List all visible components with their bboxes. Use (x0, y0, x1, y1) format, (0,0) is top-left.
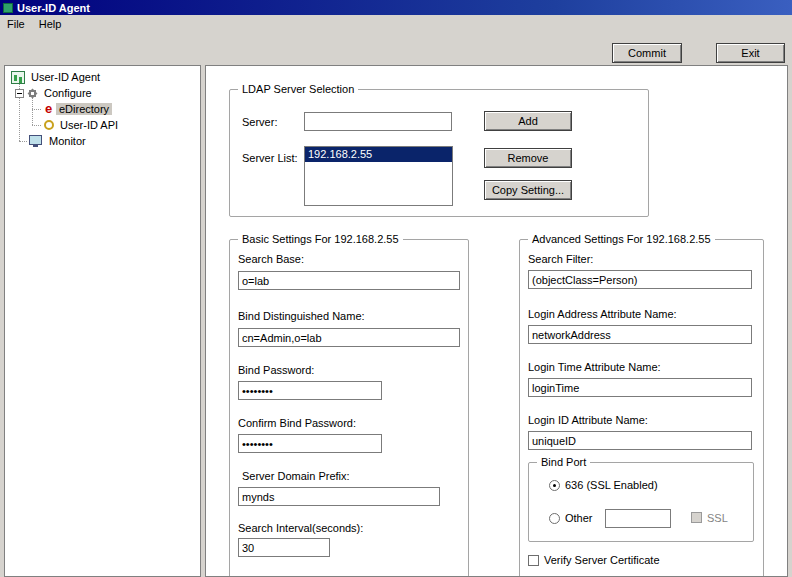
login-address-label: Login Address Attribute Name: (528, 308, 677, 320)
basic-group-title: Basic Settings For 192.168.2.55 (238, 233, 403, 245)
server-list-item[interactable]: 192.168.2.55 (305, 147, 452, 162)
other-port-radio-label[interactable]: Other (565, 512, 593, 524)
tree-item-label[interactable]: Configure (41, 87, 95, 99)
bind-port-title: Bind Port (537, 456, 590, 468)
tree-item-user-id-agent[interactable]: User-ID Agent (11, 69, 103, 85)
tree-line (32, 125, 41, 126)
other-port-input[interactable] (605, 509, 671, 528)
tree-item-label[interactable]: User-ID API (57, 119, 121, 131)
agent-icon (11, 71, 25, 84)
commit-button[interactable]: Commit (612, 43, 682, 63)
search-filter-input[interactable] (528, 270, 752, 289)
settings-panel: LDAP Server Selection Server: Add Server… (205, 65, 788, 577)
collapse-icon[interactable] (15, 89, 24, 98)
bind-password-input[interactable] (238, 381, 382, 400)
copy-setting-button[interactable]: Copy Setting... (484, 180, 572, 200)
tree-item-edirectory[interactable]: eDirectory (43, 101, 112, 117)
server-listbox[interactable]: 192.168.2.55 (304, 146, 453, 206)
remove-button[interactable]: Remove (484, 148, 572, 168)
search-base-input[interactable] (238, 271, 460, 290)
window-title: User-ID Agent (17, 2, 90, 14)
navigation-tree: User-ID Agent Configure eDirectory User-… (4, 65, 201, 577)
app-icon (3, 3, 13, 13)
advanced-group-title: Advanced Settings For 192.168.2.55 (528, 233, 715, 245)
server-list-label: Server List: (242, 152, 298, 164)
server-label: Server: (242, 116, 277, 128)
login-id-label: Login ID Attribute Name: (528, 414, 648, 426)
verify-certificate-label[interactable]: Verify Server Certificate (544, 554, 660, 566)
domain-prefix-input[interactable] (238, 487, 440, 506)
login-address-input[interactable] (528, 325, 752, 344)
tree-line (32, 109, 41, 110)
tree-item-user-id-api[interactable]: User-ID API (43, 117, 121, 133)
search-interval-label: Search Interval(seconds): (238, 522, 363, 534)
user-id-agent-window: User-ID Agent File Help Commit Exit User… (0, 0, 792, 577)
ssl-port-radio-label[interactable]: 636 (SSL Enabled) (565, 479, 658, 491)
login-time-label: Login Time Attribute Name: (528, 361, 661, 373)
search-filter-label: Search Filter: (528, 253, 593, 265)
ssl-port-radio[interactable] (549, 480, 560, 491)
bind-dn-input[interactable] (238, 328, 460, 347)
login-time-input[interactable] (528, 378, 752, 397)
bind-port-group: Bind Port 636 (SSL Enabled) Other SSL (528, 462, 754, 542)
title-bar: User-ID Agent (0, 0, 792, 15)
other-port-radio[interactable] (549, 513, 560, 524)
monitor-icon (29, 135, 42, 145)
menu-bar: File Help (0, 15, 792, 32)
bind-password-label: Bind Password: (238, 364, 314, 376)
tree-item-label[interactable]: Monitor (46, 135, 89, 147)
tree-item-label[interactable]: eDirectory (56, 103, 112, 115)
ldap-group-title: LDAP Server Selection (238, 83, 358, 95)
search-base-label: Search Base: (238, 253, 304, 265)
tree-item-configure[interactable]: Configure (15, 85, 95, 101)
basic-settings-group: Basic Settings For 192.168.2.55 Search B… (229, 239, 469, 577)
menu-file[interactable]: File (0, 17, 32, 31)
add-button[interactable]: Add (484, 111, 572, 131)
api-icon (44, 120, 54, 130)
tree-line (19, 141, 27, 142)
gear-icon (27, 88, 38, 99)
search-interval-input[interactable] (238, 538, 330, 557)
menu-help[interactable]: Help (32, 17, 69, 31)
ldap-server-selection-group: LDAP Server Selection Server: Add Server… (229, 89, 649, 217)
ssl-checkbox[interactable] (691, 512, 702, 523)
confirm-password-input[interactable] (238, 434, 382, 453)
exit-button[interactable]: Exit (716, 43, 785, 63)
advanced-settings-group: Advanced Settings For 192.168.2.55 Searc… (519, 239, 764, 577)
edirectory-icon (43, 103, 54, 116)
tree-item-label[interactable]: User-ID Agent (28, 71, 103, 83)
domain-prefix-label: Server Domain Prefix: (242, 470, 350, 482)
ssl-checkbox-label[interactable]: SSL (707, 512, 728, 524)
tree-item-monitor[interactable]: Monitor (29, 133, 89, 149)
server-input[interactable] (304, 112, 452, 131)
confirm-password-label: Confirm Bind Password: (238, 417, 356, 429)
login-id-input[interactable] (528, 431, 752, 450)
verify-certificate-checkbox[interactable] (528, 555, 539, 566)
tree-line (32, 98, 33, 125)
bind-dn-label: Bind Distinguished Name: (238, 310, 365, 322)
